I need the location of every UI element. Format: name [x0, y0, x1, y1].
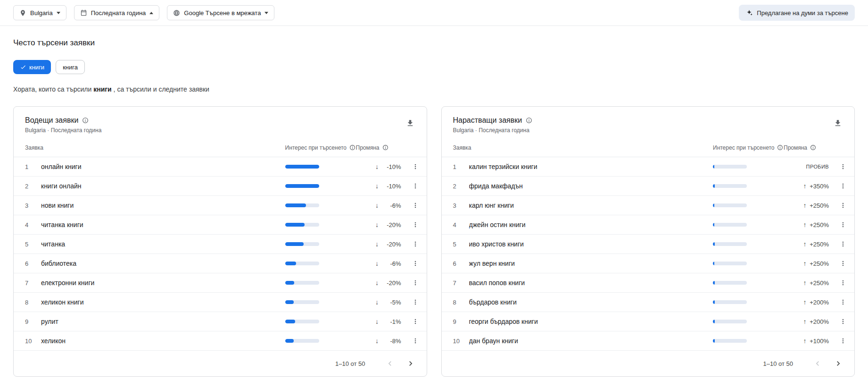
filter-time-range[interactable]: Последната година: [74, 5, 160, 20]
query-link[interactable]: хеликон: [41, 337, 285, 345]
query-link[interactable]: фрида макфадън: [469, 182, 713, 190]
row-menu-button[interactable]: [409, 218, 422, 231]
row-menu-button[interactable]: [409, 160, 422, 173]
info-icon[interactable]: [810, 144, 816, 151]
interest-bar-track: [713, 339, 747, 343]
change-value: +250%: [809, 260, 829, 267]
chip-term-selected[interactable]: книги: [13, 60, 51, 74]
filter-search-type[interactable]: Google Търсене в мрежата: [167, 5, 274, 20]
query-link[interactable]: електронни книги: [41, 279, 285, 287]
row-menu-button[interactable]: [836, 160, 850, 173]
row-rank: 9: [453, 318, 469, 325]
kebab-icon: [839, 318, 847, 325]
row-menu-button[interactable]: [836, 237, 850, 251]
kebab-icon: [839, 202, 847, 209]
table-row: 4 джейн остин книги ↑ +250%: [442, 215, 855, 235]
interest-bar-fill: [713, 184, 715, 188]
interest-bar-track: [285, 242, 319, 246]
interest-bar-fill: [713, 300, 715, 304]
table-row: 5 иво христов книги ↑ +250%: [442, 235, 855, 254]
row-menu-button[interactable]: [409, 257, 422, 270]
table-row: 9 рулит ↓ -1%: [14, 312, 427, 331]
chip-term-unselected[interactable]: книга: [56, 60, 85, 74]
query-link[interactable]: библиотека: [41, 260, 285, 267]
row-menu-button[interactable]: [836, 179, 850, 193]
change-arrow-icon: ↓: [374, 240, 380, 248]
change-cell: ↑ +100%: [784, 337, 829, 345]
change-value: +250%: [809, 221, 829, 228]
row-menu-button[interactable]: [836, 199, 850, 212]
row-menu-button[interactable]: [409, 237, 422, 251]
suggest-keywords-button[interactable]: Предлагане на думи за търсене: [739, 5, 855, 21]
query-link[interactable]: читанка книги: [41, 221, 285, 228]
interest-bar-track: [713, 281, 747, 285]
change-value: -1%: [381, 318, 401, 325]
chevron-left-icon: [813, 359, 822, 368]
interest-cell: [713, 242, 784, 246]
table-row: 7 васил попов книги ↑ +250%: [442, 273, 855, 293]
query-link[interactable]: книги онлайн: [41, 182, 285, 190]
row-menu-button[interactable]: [836, 334, 850, 347]
interest-bar-fill: [713, 281, 715, 285]
interest-cell: [285, 262, 356, 265]
query-link[interactable]: джейн остин книги: [469, 221, 713, 228]
interest-cell: [713, 184, 784, 188]
table-row: 3 нови книги ↓ -6%: [14, 196, 427, 215]
row-menu-button[interactable]: [409, 334, 422, 347]
prev-page-button[interactable]: [809, 355, 826, 372]
info-icon[interactable]: [526, 117, 532, 124]
row-menu-button[interactable]: [409, 315, 422, 328]
next-page-button[interactable]: [830, 355, 847, 372]
download-button[interactable]: [831, 116, 845, 130]
row-menu-button[interactable]: [409, 276, 422, 289]
info-icon[interactable]: [349, 144, 355, 151]
query-link[interactable]: георги бърдаров книги: [469, 318, 713, 325]
download-button[interactable]: [403, 116, 417, 130]
row-menu-button[interactable]: [409, 199, 422, 212]
chevron-down-icon: [265, 12, 268, 14]
table-row: 2 книги онлайн ↓ -10%: [14, 177, 427, 196]
interest-bar-track: [713, 320, 747, 323]
column-interest: Интерес при търсенето: [713, 144, 784, 151]
query-link[interactable]: васил попов книги: [469, 279, 713, 287]
next-page-button[interactable]: [402, 355, 419, 372]
change-value: -6%: [381, 260, 401, 267]
row-menu-button[interactable]: [836, 296, 850, 309]
query-link[interactable]: калин терзийски книги: [469, 163, 713, 170]
query-link[interactable]: онлайн книги: [41, 163, 285, 170]
query-link[interactable]: жул верн книги: [469, 260, 713, 267]
query-link[interactable]: нови книги: [41, 202, 285, 209]
filter-location[interactable]: Bulgaria: [13, 5, 66, 20]
query-link[interactable]: дан браун книги: [469, 337, 713, 345]
row-menu-button[interactable]: [409, 296, 422, 309]
column-change: Промяна: [784, 144, 829, 151]
table-row: 9 георги бърдаров книги ↑ +200%: [442, 312, 855, 331]
query-link[interactable]: хеликон книги: [41, 298, 285, 306]
query-link[interactable]: карл юнг книги: [469, 202, 713, 209]
change-cell: ↓ -8%: [356, 337, 401, 345]
query-link[interactable]: бърдаров книги: [469, 298, 713, 306]
interest-bar-track: [285, 320, 319, 323]
change-cell: ↑ +250%: [784, 221, 829, 228]
info-icon[interactable]: [82, 117, 89, 124]
description-term: книги: [93, 85, 112, 93]
row-menu-button[interactable]: [836, 276, 850, 289]
info-icon[interactable]: [777, 144, 783, 151]
row-menu-button[interactable]: [836, 257, 850, 270]
query-link[interactable]: иво христов книги: [469, 240, 713, 248]
table-row: 1 калин терзийски книги ПРОБИВ: [442, 157, 855, 177]
interest-bar-fill: [713, 203, 714, 207]
kebab-icon: [839, 182, 847, 190]
row-menu-button[interactable]: [409, 179, 422, 193]
download-icon: [834, 119, 842, 127]
query-link[interactable]: читанка: [41, 240, 285, 248]
row-menu-button[interactable]: [836, 218, 850, 231]
row-menu-button[interactable]: [836, 315, 850, 328]
interest-cell: [285, 281, 356, 285]
table-row: 8 бърдаров книги ↑ +200%: [442, 293, 855, 312]
prev-page-button[interactable]: [381, 355, 398, 372]
info-icon[interactable]: [382, 144, 389, 151]
change-cell: ↓ -10%: [356, 182, 401, 190]
interest-bar-track: [713, 242, 747, 246]
query-link[interactable]: рулит: [41, 318, 285, 325]
